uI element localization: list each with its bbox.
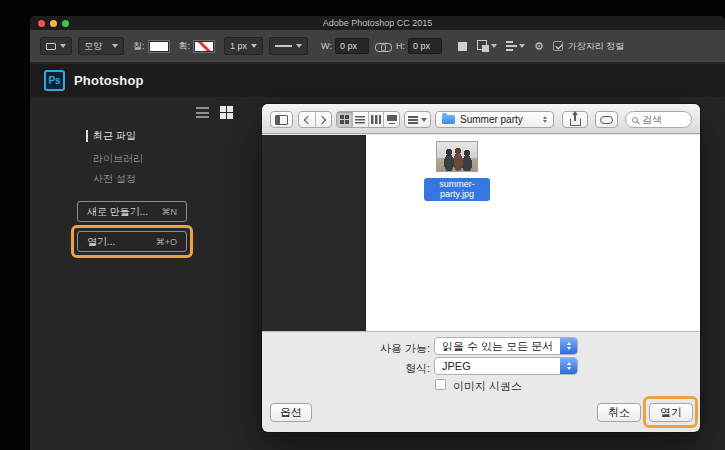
height-input[interactable]: 0 px xyxy=(408,38,442,54)
back-button[interactable] xyxy=(299,112,315,127)
link-dimensions-icon[interactable] xyxy=(375,42,390,51)
popup-arrows-icon xyxy=(543,116,547,124)
gear-icon[interactable]: ⚙ xyxy=(534,41,544,52)
chevron-down-icon xyxy=(112,44,118,48)
tool-options-bar: 모양 칠: 획: 1 px W: 0 px H: 0 px xyxy=(30,30,725,63)
stroke-width-select[interactable]: 1 px xyxy=(224,37,263,55)
path-alignment-icon xyxy=(506,41,517,51)
chevron-down-icon xyxy=(491,44,497,48)
format-value: JPEG xyxy=(442,360,471,372)
popup-stepper-icon xyxy=(560,338,577,354)
open-file-label: 열기... xyxy=(87,235,115,249)
popup-stepper-icon xyxy=(560,358,577,374)
sidebar-toggle-icon xyxy=(275,115,288,125)
column-view-icon xyxy=(371,115,381,124)
gallery-view-icon xyxy=(387,115,397,124)
open-button-label: 열기 xyxy=(660,405,682,420)
new-file-shortcut: ⌘N xyxy=(162,207,178,217)
arrange-menu-button[interactable] xyxy=(404,111,431,128)
stroke-width-value: 1 px xyxy=(230,41,247,51)
stroke-color-swatch[interactable] xyxy=(193,40,215,53)
path-operations-icon xyxy=(477,40,489,52)
file-thumbnail xyxy=(436,141,478,172)
brand-bar: Ps Photoshop xyxy=(30,64,725,97)
column-view-button[interactable] xyxy=(368,112,384,127)
stroke-label: 획: xyxy=(179,40,191,53)
chevron-down-icon xyxy=(60,44,66,48)
active-item-indicator xyxy=(86,130,88,142)
list-view-icon[interactable] xyxy=(196,107,209,118)
history-nav xyxy=(298,111,332,128)
folder-popup-button[interactable]: Summer party xyxy=(435,111,554,128)
arrange-icon xyxy=(408,116,418,124)
options-button-label: 옵션 xyxy=(280,405,302,420)
folder-icon xyxy=(442,115,455,124)
open-file-shortcut: ⌘+O xyxy=(156,237,177,247)
tool-mode-select[interactable]: 모양 xyxy=(78,37,124,55)
line-style-icon xyxy=(275,45,292,47)
fill-label: 칠: xyxy=(133,40,145,53)
list-view-button[interactable] xyxy=(352,112,368,127)
format-label: 형식: xyxy=(310,361,430,376)
current-folder-name: Summer party xyxy=(460,114,523,125)
sidebar-toggle-button[interactable] xyxy=(270,111,293,128)
chevron-down-icon xyxy=(296,44,302,48)
cancel-button[interactable]: 취소 xyxy=(597,403,641,422)
file-name-selected: summer-party.jpg xyxy=(424,178,490,201)
open-button[interactable]: 열기 xyxy=(649,403,693,422)
search-input[interactable] xyxy=(642,114,685,125)
share-button[interactable] xyxy=(562,111,588,128)
open-dialog: Summer party xyxy=(262,104,700,432)
path-alignment-button[interactable] xyxy=(506,41,525,51)
chevron-down-icon xyxy=(251,44,257,48)
forward-button[interactable] xyxy=(315,112,332,127)
options-button[interactable]: 옵션 xyxy=(270,403,312,422)
fill-color-swatch[interactable] xyxy=(148,40,170,53)
titlebar: Adobe Photoshop CC 2015 xyxy=(30,16,725,30)
chevron-down-icon xyxy=(421,118,427,122)
path-operations-button[interactable] xyxy=(477,40,497,52)
tool-preset-button[interactable] xyxy=(40,37,72,55)
format-popup[interactable]: JPEG xyxy=(434,357,578,375)
grid-view-icon[interactable] xyxy=(220,106,233,119)
tag-icon xyxy=(600,116,613,124)
start-workspace: 최근 파일 라이브러리 사전 설정 새로 만들기... ⌘N 열기... ⌘+O xyxy=(30,97,725,450)
sidebar-item-libraries[interactable]: 라이브러리 xyxy=(93,152,143,166)
photoshop-window: Adobe Photoshop CC 2015 모양 칠: 획: 1 px W:… xyxy=(30,16,725,450)
width-input[interactable]: 0 px xyxy=(335,38,369,54)
enable-popup[interactable]: 읽을 수 있는 모든 문서 xyxy=(434,337,578,355)
new-file-button[interactable]: 새로 만들기... ⌘N xyxy=(77,201,187,222)
photoshop-logo-icon: Ps xyxy=(44,70,65,91)
shape-tool-icon xyxy=(46,43,56,50)
file-browser-area[interactable]: summer-party.jpg xyxy=(366,135,700,331)
shape-layer-icon[interactable] xyxy=(458,42,467,51)
chevron-right-icon xyxy=(318,115,326,123)
window-title: Adobe Photoshop CC 2015 xyxy=(30,16,725,30)
align-edges-checkbox[interactable] xyxy=(553,41,563,51)
width-label: W: xyxy=(321,41,332,51)
stroke-style-select[interactable] xyxy=(269,37,308,55)
list-view-icon xyxy=(355,116,365,124)
image-sequence-checkbox[interactable] xyxy=(435,379,446,390)
share-icon xyxy=(570,118,581,126)
image-sequence-label: 이미지 시퀀스 xyxy=(453,379,522,394)
enable-value: 읽을 수 있는 모든 문서 xyxy=(442,339,553,354)
sidebar-item-presets[interactable]: 사전 설정 xyxy=(93,172,136,186)
tags-button[interactable] xyxy=(595,111,618,128)
search-field[interactable] xyxy=(625,111,692,128)
icon-view-icon xyxy=(340,115,349,124)
file-item[interactable]: summer-party.jpg xyxy=(424,141,490,201)
view-toggles xyxy=(196,106,233,119)
sidebar-item-recent-files[interactable]: 최근 파일 xyxy=(93,129,136,143)
open-dialog-toolbar: Summer party xyxy=(262,104,700,134)
height-value: 0 px xyxy=(413,41,430,51)
icon-view-button[interactable] xyxy=(337,112,352,127)
cancel-button-label: 취소 xyxy=(608,405,630,420)
enable-label: 사용 가능: xyxy=(310,341,430,356)
gallery-view-button[interactable] xyxy=(383,112,399,127)
height-label: H: xyxy=(396,41,405,51)
width-value: 0 px xyxy=(340,41,357,51)
new-file-label: 새로 만들기... xyxy=(87,205,148,219)
open-dialog-sidebar xyxy=(262,135,366,331)
open-file-button[interactable]: 열기... ⌘+O xyxy=(77,231,187,252)
